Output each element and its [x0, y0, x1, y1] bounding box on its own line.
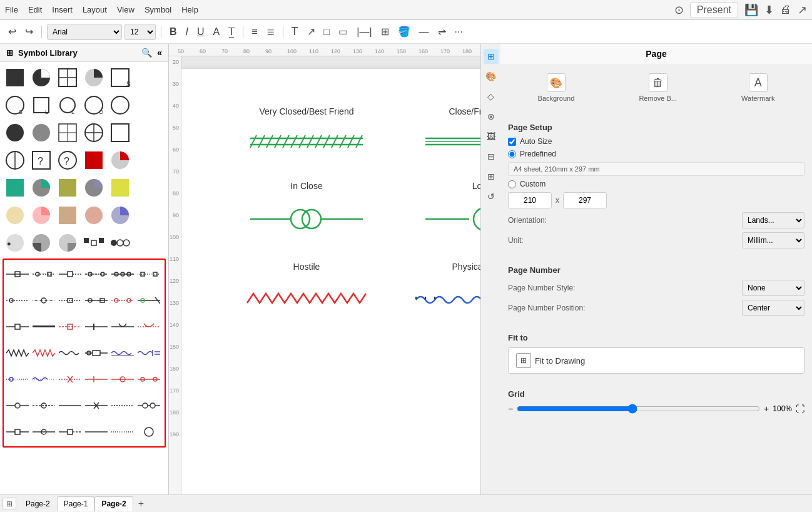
sym-pie-circle[interactable]: [81, 65, 106, 90]
font-color-button[interactable]: A: [210, 24, 223, 39]
sym-red-square[interactable]: [81, 148, 106, 173]
sym-donut-circle[interactable]: ●: [3, 230, 28, 255]
layers-panel-icon[interactable]: ⊗: [484, 109, 499, 124]
italic-button[interactable]: I: [183, 24, 191, 39]
sym-conn-42[interactable]: [136, 419, 161, 444]
sym-gray-circle[interactable]: [29, 120, 54, 145]
sym-conn-25[interactable]: [5, 367, 30, 392]
shape-panel-icon[interactable]: ◇: [484, 89, 499, 104]
sym-circle-half[interactable]: [3, 148, 28, 173]
sym-conn-16[interactable]: [84, 314, 109, 339]
arrow-style-button[interactable]: ⇌: [435, 24, 449, 39]
menu-view[interactable]: View: [117, 5, 134, 14]
sym-square-outline[interactable]: S: [108, 65, 133, 90]
zoom-in-icon[interactable]: +: [764, 404, 769, 414]
sym-conn-8[interactable]: [31, 288, 56, 313]
sym-conn-20[interactable]: [31, 340, 56, 366]
sym-conn-22[interactable]: [84, 340, 109, 366]
sym-conn-33[interactable]: [58, 393, 83, 418]
sym-small-shapes[interactable]: [81, 230, 106, 255]
fit-screen-icon[interactable]: ⛶: [796, 404, 804, 414]
sym-grid-square[interactable]: [55, 65, 80, 90]
sym-grid-circle[interactable]: [55, 120, 80, 145]
sym-conn-10[interactable]: [84, 288, 109, 313]
sym-conn-11[interactable]: [110, 288, 135, 313]
save-icon[interactable]: 💾: [744, 3, 758, 17]
sym-multi-circle[interactable]: [108, 230, 133, 255]
sym-conn-24[interactable]: [136, 340, 161, 366]
menu-symbol[interactable]: Symbol: [145, 5, 171, 14]
auto-size-checkbox[interactable]: [508, 138, 516, 146]
sym-conn-21[interactable]: [58, 340, 83, 366]
text-bg-button[interactable]: T̲: [225, 24, 238, 39]
sym-conn-2[interactable]: [31, 262, 56, 287]
undo-button[interactable]: ↩: [5, 24, 19, 39]
redo-button[interactable]: ↪: [22, 24, 36, 39]
sym-conn-6[interactable]: [136, 262, 161, 287]
sym-conn-1[interactable]: [5, 262, 30, 287]
share-icon[interactable]: ↗: [798, 3, 807, 17]
custom-radio[interactable]: [508, 180, 516, 188]
sym-tan-square[interactable]: [55, 203, 80, 228]
sym-circle-2[interactable]: [108, 93, 133, 118]
download-icon[interactable]: ⬇: [764, 3, 774, 17]
sym-blue-pie[interactable]: [108, 203, 133, 228]
history-panel-icon[interactable]: ↺: [484, 189, 499, 204]
sym-circle-o[interactable]: O: [81, 93, 106, 118]
sym-conn-19[interactable]: [5, 340, 30, 366]
sym-conn-4[interactable]: [84, 262, 109, 287]
sym-conn-5[interactable]: [110, 262, 135, 287]
sym-conn-17[interactable]: [110, 314, 135, 339]
predefined-radio[interactable]: [508, 150, 516, 158]
sym-cross-circle[interactable]: [81, 120, 106, 145]
sym-pie-2[interactable]: [29, 230, 54, 255]
sym-conn-31[interactable]: [5, 393, 30, 418]
sym-conn-27[interactable]: [58, 367, 83, 392]
page-panel-icon[interactable]: ⊞: [484, 49, 499, 64]
sym-conn-9[interactable]: [58, 288, 83, 313]
unit-select[interactable]: Millim... Inches Pixels: [742, 232, 804, 248]
height-input[interactable]: 297: [563, 192, 607, 208]
sym-dot-circle[interactable]: [3, 120, 28, 145]
background-button[interactable]: 🎨 Background: [535, 71, 577, 105]
menu-edit[interactable]: Edit: [28, 5, 42, 14]
zoom-out-icon[interactable]: −: [508, 404, 513, 414]
bold-button[interactable]: B: [166, 24, 180, 39]
menu-help[interactable]: Help: [181, 5, 198, 14]
pn-position-select[interactable]: Center Left Right: [742, 300, 804, 316]
pn-style-select[interactable]: None 1, 2, 3: [742, 280, 804, 296]
sym-red-pie[interactable]: [108, 148, 133, 173]
tab-page-icon[interactable]: ⊞: [3, 498, 16, 510]
font-size-select[interactable]: 12: [124, 24, 156, 40]
tab-page-1[interactable]: Page-1: [57, 496, 95, 511]
shape-tool-button[interactable]: □: [321, 24, 333, 39]
tab-add-button[interactable]: +: [133, 496, 149, 512]
canvas-content[interactable]: Very Closed/Best Friend: [181, 56, 480, 494]
tab-page-2-current[interactable]: Page-2: [94, 496, 133, 511]
collapse-icon[interactable]: «: [157, 48, 162, 58]
sym-question-sq[interactable]: ?: [29, 148, 54, 173]
tab-page-2[interactable]: Page-2: [19, 496, 57, 511]
sym-conn-3[interactable]: [58, 262, 83, 287]
sym-square-outline-2[interactable]: [108, 120, 133, 145]
sym-conn-23[interactable]: [110, 340, 135, 366]
fill-button[interactable]: 🪣: [395, 24, 414, 39]
orientation-select[interactable]: Lands... Portrait: [742, 212, 804, 228]
menu-file[interactable]: File: [5, 5, 18, 14]
line-style-button[interactable]: —: [416, 24, 432, 39]
sym-conn-15[interactable]: [58, 314, 83, 339]
grid-panel-icon[interactable]: ⊞: [484, 169, 499, 184]
line-tool-button[interactable]: |—|: [353, 24, 375, 39]
width-input[interactable]: 210: [508, 192, 552, 208]
sym-conn-18[interactable]: [136, 314, 161, 339]
sym-purple-square[interactable]: [55, 175, 80, 200]
sym-conn-38[interactable]: [31, 419, 56, 444]
sym-square-l[interactable]: L: [29, 93, 54, 118]
sym-conn-40[interactable]: [84, 419, 109, 444]
sym-purple-pie[interactable]: [81, 175, 106, 200]
sym-green-pie[interactable]: [29, 175, 54, 200]
more-button[interactable]: ···: [452, 24, 466, 39]
sym-conn-14[interactable]: [31, 314, 56, 339]
sym-yellow-circle[interactable]: [3, 203, 28, 228]
remove-bg-button[interactable]: 🗑 Remove B...: [636, 71, 679, 105]
